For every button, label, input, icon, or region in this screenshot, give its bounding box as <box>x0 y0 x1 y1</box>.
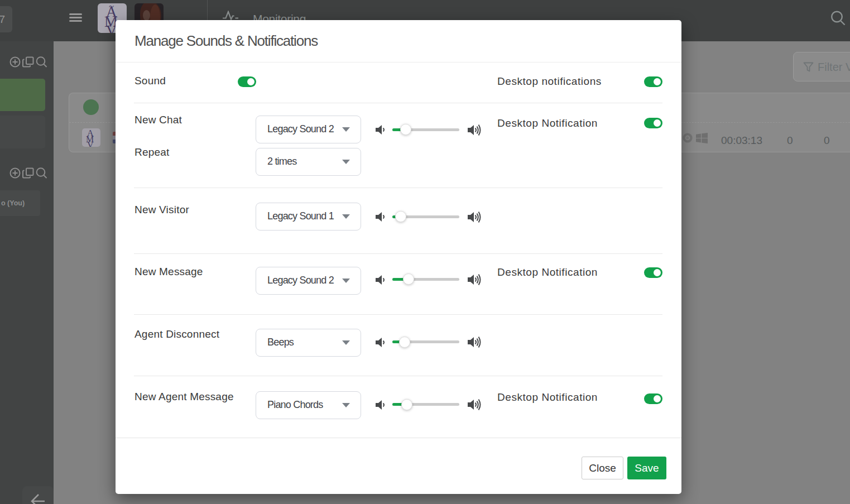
svg-text:~: ~ <box>109 3 114 12</box>
svg-text:V: V <box>87 140 94 147</box>
